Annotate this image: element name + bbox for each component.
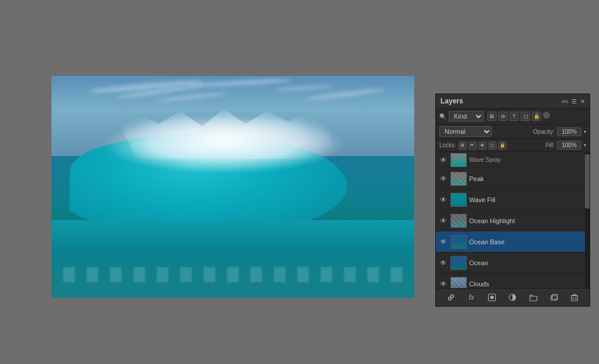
fill-arrow[interactable]: ▾ (584, 143, 586, 148)
layer-name: Clouds (469, 280, 587, 287)
lock-draw-button[interactable]: ✏ (469, 141, 477, 150)
layer-thumbnail (450, 193, 467, 207)
fill-value[interactable]: 100% (557, 141, 581, 150)
fill-label: Fill: (545, 142, 555, 148)
layer-thumbnail (450, 256, 467, 270)
layer-name: Ocean Highlight (469, 217, 587, 224)
locks-label: Locks: (439, 142, 456, 148)
ocean-canvas (51, 76, 414, 298)
opacity-arrow[interactable]: ▾ (584, 129, 586, 134)
layer-name: Wave Fill (469, 196, 587, 203)
foam-spray (116, 109, 332, 159)
layer-row[interactable]: 👁 Ocean Base (436, 231, 590, 252)
layer-row[interactable]: 👁 Wave Fill (436, 189, 590, 210)
lock-artboard-button[interactable]: ◻ (488, 141, 497, 150)
layer-thumbnail (450, 277, 467, 289)
opacity-label: Opacity: (533, 129, 555, 135)
filter-adjust-button[interactable]: ⊖ (498, 112, 508, 121)
cloud-streak (157, 92, 228, 103)
layer-visibility-button[interactable]: 👁 (439, 237, 448, 247)
collapse-panel-button[interactable]: «« (562, 98, 568, 105)
layer-row[interactable]: 👁 Ocean Highlight (436, 210, 590, 231)
layer-visibility-button[interactable]: 👁 (439, 174, 448, 183)
lock-all-button[interactable]: 🔒 (498, 141, 507, 150)
filter-pixel-button[interactable]: ⊞ (487, 112, 497, 121)
filter-icons: ⊞ ⊖ T ◻ 🔒 (487, 112, 550, 121)
canvas-area (51, 76, 414, 298)
lock-pixel-button[interactable]: ⊞ (459, 141, 467, 150)
new-layer-button[interactable] (548, 292, 560, 303)
layer-visibility-button[interactable]: 👁 (439, 195, 448, 204)
layer-name: Ocean (469, 259, 587, 266)
layer-thumbnail (450, 172, 467, 186)
svg-line-2 (450, 297, 451, 298)
layer-row[interactable]: 👁 Ocean (436, 252, 590, 273)
lock-move-button[interactable]: ⊕ (478, 141, 487, 150)
layer-visibility-button[interactable]: 👁 (439, 216, 448, 226)
cloud-streak (274, 84, 333, 91)
cloud-streak (304, 87, 385, 101)
filter-type-button[interactable]: T (510, 112, 519, 121)
layer-visibility-button[interactable]: 👁 (439, 258, 448, 268)
layer-name: Wave Spray (469, 157, 587, 163)
layer-thumbnail (450, 153, 467, 167)
layer-name: Peak (469, 175, 587, 182)
opacity-value[interactable]: 100% (557, 127, 581, 136)
blend-mode-select[interactable]: Normal (439, 126, 492, 137)
foreground-water (51, 220, 414, 298)
panel-menu-button[interactable]: ☰ (572, 98, 577, 105)
close-panel-button[interactable]: ✕ (580, 98, 585, 105)
panel-header-icons: «« ☰ ✕ (562, 98, 585, 105)
delete-layer-button[interactable] (569, 292, 580, 303)
layer-visibility-button[interactable]: 👁 (439, 155, 448, 165)
blend-row: Normal Opacity: 100% ▾ (436, 124, 590, 139)
filter-toggle-button[interactable] (543, 112, 550, 119)
layer-name: Ocean Base (469, 238, 587, 245)
search-icon: 🔍 (439, 113, 446, 120)
new-adjustment-layer-button[interactable] (507, 292, 518, 303)
layer-thumbnail (450, 214, 467, 228)
filter-smart-button[interactable]: 🔒 (532, 112, 541, 121)
new-group-button[interactable] (528, 292, 539, 303)
kind-filter-select[interactable]: Kind (449, 111, 484, 122)
panel-title: Layers (440, 97, 463, 105)
layer-row[interactable]: 👁 Wave Spray (436, 152, 590, 168)
svg-point-4 (490, 296, 494, 299)
panel-footer: fx (436, 288, 590, 306)
layers-scrollbar[interactable] (585, 152, 590, 288)
svg-rect-9 (572, 296, 577, 301)
locks-row: Locks: ⊞ ✏ ⊕ ◻ 🔒 Fill: 100% ▾ (436, 139, 590, 152)
scrollbar-thumb[interactable] (585, 154, 590, 209)
lock-icons: ⊞ ✏ ⊕ ◻ 🔒 (459, 141, 507, 150)
new-fill-layer-button[interactable] (486, 292, 498, 303)
svg-rect-6 (530, 296, 537, 301)
layer-row[interactable]: 👁 Clouds (436, 273, 590, 288)
layer-row[interactable]: 👁 Peak (436, 168, 590, 189)
foreground-foam (51, 267, 414, 283)
layer-thumbnail (450, 235, 467, 249)
cloud-streak (187, 78, 292, 88)
panel-header: Layers «« ☰ ✕ (436, 94, 590, 109)
filter-shape-button[interactable]: ◻ (521, 112, 530, 121)
filter-row: 🔍 Kind ⊞ ⊖ T ◻ 🔒 (436, 109, 590, 124)
layer-fx-button[interactable]: fx (466, 292, 477, 303)
layers-panel: Layers «« ☰ ✕ 🔍 Kind ⊞ ⊖ T ◻ 🔒 Normal Op… (435, 93, 590, 307)
link-layers-button[interactable] (445, 292, 457, 303)
layers-list[interactable]: 👁 Wave Spray 👁 Peak 👁 Wave Fill 👁 Ocean … (436, 152, 590, 288)
cloud-streaks (70, 78, 396, 103)
layer-visibility-button[interactable]: 👁 (439, 279, 448, 289)
